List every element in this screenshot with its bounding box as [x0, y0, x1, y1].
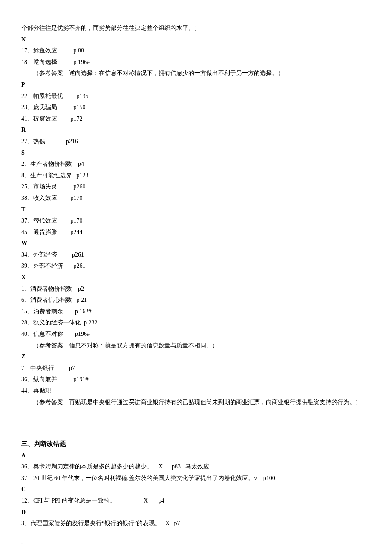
- term-line: 28、狭义的经济一体化 p 232: [21, 317, 371, 329]
- judge-post: 一致的。 X p4: [92, 497, 164, 504]
- term-line: 6、消费者信心指数 p 21: [21, 295, 371, 306]
- footer-dot: .: [21, 538, 371, 548]
- judge-line: 12、CPI 与 PPI 的变化总是一致的。 X p4: [21, 495, 371, 507]
- term-line: 15、消费者剩余 p 162#: [21, 306, 371, 318]
- term-line: 1、消费者物价指数 p2: [21, 283, 371, 295]
- judge-group-letter: D: [21, 507, 371, 518]
- judge-line: 36、奥卡姆剃刀定律的本质是多的越多少的越少。 X p83 马太效应: [21, 461, 371, 473]
- judge-pre: 36、: [21, 463, 33, 470]
- judge-line: 37、20 世纪 60 年代末，一位名叫利福德.盖尔茨的美国人类文化学家提出了内…: [21, 473, 371, 484]
- section-gap: [21, 408, 371, 434]
- term-line: 39、外部不经济 p261: [21, 260, 371, 272]
- judge-underline: 奥卡姆剃刀定律: [33, 463, 75, 470]
- term-line: 23、庞氏骗局 p150: [21, 102, 371, 113]
- group-letter: R: [21, 124, 371, 136]
- term-line: 2、生产者物价指数 p4: [21, 159, 371, 170]
- term-note: （参考答案：逆向选择：在信息不对称情况下，拥有信息少的一方做出不利于另一方的选择…: [21, 68, 371, 79]
- term-note: （参考答案：再贴现是中央银行通过买进商业银行持有的已贴现但尚未到期的商业汇票，向…: [21, 397, 371, 408]
- term-line: 7、中央银行 p7: [21, 363, 371, 374]
- term-line: 22、帕累托最优 p135: [21, 91, 371, 102]
- judge-underline: “银行的银行”: [102, 520, 137, 526]
- section-3-title: 三、判断改错题: [21, 438, 371, 450]
- group-letter: X: [21, 272, 371, 283]
- term-line: 38、收入效应 p170: [21, 193, 371, 204]
- group-letter: Z: [21, 351, 371, 363]
- group-letter: S: [21, 147, 371, 159]
- judge-groups: A36、奥卡姆剃刀定律的本质是多的越多少的越少。 X p83 马太效应37、20…: [21, 450, 371, 529]
- term-line: 41、破窗效应 p172: [21, 113, 371, 125]
- continuation-line: 个部分往往是优劣不齐的，而劣势部分往往决定整个组织的水平。）: [21, 23, 371, 34]
- group-letter: T: [21, 204, 371, 216]
- group-letter: W: [21, 238, 371, 249]
- term-groups: N17、鲶鱼效应 p 8818、逆向选择 p 196#（参考答案：逆向选择：在信…: [21, 34, 371, 408]
- term-line: 44、再贴现: [21, 385, 371, 397]
- judge-post: 的本质是多的越多少的越少。 X p83 马太效应: [75, 463, 209, 470]
- judge-post: 的表现。 X p7: [137, 520, 180, 526]
- judge-group-letter: C: [21, 484, 371, 495]
- term-line: 25、市场失灵 p260: [21, 181, 371, 193]
- judge-line: 3、代理国家债券的发行是央行“银行的银行”的表现。 X p7: [21, 518, 371, 529]
- top-rule: [21, 17, 371, 17]
- term-note: （参考答案：信息不对称：就是双方拥有的信息数量与质量不相同。）: [21, 340, 371, 352]
- term-line: 8、生产可能性边界 p123: [21, 170, 371, 182]
- term-line: 36、纵向兼并 p191#: [21, 374, 371, 385]
- judge-group-letter: A: [21, 450, 371, 462]
- group-letter: N: [21, 34, 371, 46]
- judge-pre: 3、代理国家债券的发行是央行: [21, 520, 102, 526]
- judge-underline: 总是: [80, 497, 92, 504]
- term-line: 40、信息不对称 p196#: [21, 329, 371, 340]
- term-line: 17、鲶鱼效应 p 88: [21, 45, 371, 57]
- term-line: 18、逆向选择 p 196#: [21, 57, 371, 68]
- term-line: 34、外部经济 p261: [21, 249, 371, 261]
- term-line: 37、替代效应 p170: [21, 215, 371, 227]
- term-line: 27、热钱 p216: [21, 136, 371, 147]
- term-line: 45、通货膨胀 p244: [21, 227, 371, 238]
- judge-pre: 12、CPI 与 PPI 的变化: [21, 497, 80, 504]
- group-letter: P: [21, 79, 371, 91]
- judge-pre: 37、20 世纪 60 年代末，一位名叫利福德.盖尔茨的美国人类文化学家提出了内…: [21, 475, 275, 481]
